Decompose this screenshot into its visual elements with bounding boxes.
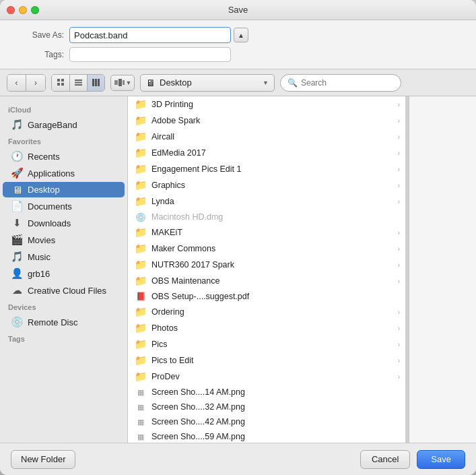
maximize-button[interactable]	[31, 6, 39, 14]
folder-icon: 📁	[133, 226, 148, 239]
icon-view-button[interactable]	[52, 75, 69, 91]
sidebar-item-movies[interactable]: 🎬 Movies	[3, 232, 125, 248]
pdf-icon: 📕	[133, 292, 148, 301]
sidebar-item-documents[interactable]: 📄 Documents	[3, 198, 125, 214]
sidebar-item-garageband-label: GarageBand	[28, 120, 77, 130]
list-item[interactable]: 📕 OBS Setup-....suggest.pdf	[128, 289, 405, 304]
file-name: Screen Sho....59 AM.png	[151, 432, 400, 441]
list-item[interactable]: 📁 3D Printing ›	[128, 96, 405, 113]
list-item[interactable]: ▦ Screen Sho....32 AM.png	[128, 400, 405, 414]
file-name: Aircall	[151, 132, 395, 141]
file-name: Ordering	[151, 307, 395, 317]
save-as-input-wrap: ▲	[69, 27, 248, 43]
chevron-right-icon: ›	[398, 309, 400, 316]
file-name: EdMedia 2017	[151, 148, 395, 158]
list-item[interactable]: 📁 Pics ›	[128, 336, 405, 352]
favorites-section-label: Favorites	[0, 133, 127, 148]
list-item[interactable]: ▦ Screen Sho....14 AM.png	[128, 385, 405, 400]
folder-icon: 📁	[133, 275, 148, 287]
file-name: OBS Maintenance	[151, 276, 395, 286]
list-item[interactable]: 📁 Engagement Pics Edit 1 ›	[128, 161, 405, 177]
image-icon: ▦	[133, 403, 148, 412]
file-name: OBS Setup-....suggest.pdf	[151, 292, 400, 301]
cover-flow-button[interactable]: ▼	[110, 75, 135, 91]
tags-label: Tags:	[13, 50, 64, 59]
search-icon: 🔍	[287, 78, 298, 88]
traffic-lights	[7, 6, 39, 14]
chevron-right-icon: ›	[398, 229, 400, 236]
forward-button[interactable]: ›	[26, 75, 45, 91]
list-item[interactable]: 📁 EdMedia 2017 ›	[128, 145, 405, 161]
list-item[interactable]: 📁 Lynda ›	[128, 193, 405, 210]
file-name: Screen Sho....14 AM.png	[151, 387, 400, 397]
bottom-right-buttons: Cancel Save	[360, 450, 465, 469]
svg-rect-6	[75, 84, 82, 86]
new-folder-button[interactable]: New Folder	[11, 450, 75, 469]
sidebar-item-garageband[interactable]: 🎵 GarageBand	[3, 117, 125, 133]
expand-button[interactable]: ▲	[234, 28, 248, 42]
svg-rect-0	[57, 79, 60, 82]
folder-icon: 📁	[133, 131, 148, 143]
folder-icon: 📁	[133, 354, 148, 367]
list-item[interactable]: ▦ Screen Sho....42 AM.png	[128, 414, 405, 429]
list-item[interactable]: 📁 Ordering ›	[128, 304, 405, 320]
svg-rect-2	[57, 83, 60, 86]
list-item[interactable]: 📁 MAKEiT ›	[128, 224, 405, 241]
recents-icon: 🕐	[11, 150, 23, 162]
save-as-label: Save As:	[13, 30, 64, 40]
search-box[interactable]: 🔍	[280, 74, 401, 92]
save-as-input[interactable]	[69, 27, 231, 43]
sidebar-item-desktop-label: Desktop	[28, 185, 60, 195]
file-icon: 💿	[133, 212, 148, 222]
list-item[interactable]: ▦ Screen Sho....59 AM.png	[128, 429, 405, 443]
svg-rect-1	[61, 79, 64, 82]
top-section: Save As: ▲ Tags:	[0, 20, 476, 69]
list-item[interactable]: 📁 OBS Maintenance ›	[128, 273, 405, 289]
documents-icon: 📄	[11, 200, 23, 212]
save-button[interactable]: Save	[417, 450, 465, 469]
list-item[interactable]: 📁 Maker Commons ›	[128, 241, 405, 257]
cancel-button[interactable]: Cancel	[360, 450, 410, 469]
folder-icon: 📁	[133, 98, 148, 110]
svg-rect-10	[114, 80, 118, 85]
folder-icon: 📁	[133, 195, 148, 208]
list-view-button[interactable]	[69, 75, 87, 91]
file-name: MAKEiT	[151, 228, 395, 237]
sidebar-item-recents[interactable]: 🕐 Recents	[3, 148, 125, 164]
close-button[interactable]	[7, 6, 15, 14]
sidebar-item-remote-disc[interactable]: 💿 Remote Disc	[3, 314, 125, 330]
tags-input[interactable]	[69, 47, 231, 62]
svg-rect-5	[75, 82, 82, 84]
svg-rect-3	[61, 83, 64, 86]
sidebar-item-creative-cloud[interactable]: ☁ Creative Cloud Files	[3, 282, 125, 298]
chevron-right-icon: ›	[398, 245, 400, 253]
column-view-button[interactable]	[87, 75, 104, 91]
list-item[interactable]: 📁 Aircall ›	[128, 129, 405, 145]
sidebar-item-desktop[interactable]: 🖥 Desktop	[3, 182, 125, 197]
sidebar-item-music[interactable]: 🎵 Music	[3, 249, 125, 265]
back-button[interactable]: ‹	[7, 75, 26, 91]
applications-icon: 🚀	[11, 167, 23, 179]
location-dropdown[interactable]: 🖥 Desktop ▼	[140, 74, 275, 92]
list-item[interactable]: 📁 Photos ›	[128, 320, 405, 336]
file-name: Adobe Spark	[151, 116, 395, 125]
list-item[interactable]: 📁 Graphics ›	[128, 177, 405, 193]
file-name: NUTR360 2017 Spark	[151, 260, 395, 270]
list-item[interactable]: 💿 Macintosh HD.dmg	[128, 210, 405, 224]
nav-buttons: ‹ ›	[7, 74, 46, 92]
sidebar-item-downloads[interactable]: ⬇ Downloads	[3, 215, 125, 231]
chevron-right-icon: ›	[398, 341, 400, 348]
sidebar: iCloud 🎵 GarageBand Favorites 🕐 Recents …	[0, 96, 128, 443]
minimize-button[interactable]	[19, 6, 27, 14]
chevron-right-icon: ›	[398, 261, 400, 269]
folder-icon: 📁	[133, 115, 148, 127]
folder-icon: 📁	[133, 306, 148, 318]
list-item[interactable]: 📁 Pics to Edit ›	[128, 352, 405, 369]
search-input[interactable]	[301, 78, 394, 88]
sidebar-item-applications[interactable]: 🚀 Applications	[3, 165, 125, 181]
chevron-right-icon: ›	[398, 278, 400, 285]
list-item[interactable]: 📁 ProDev ›	[128, 369, 405, 385]
list-item[interactable]: 📁 Adobe Spark ›	[128, 113, 405, 129]
list-item[interactable]: 📁 NUTR360 2017 Spark ›	[128, 257, 405, 273]
sidebar-item-grb16[interactable]: 👤 grb16	[3, 265, 125, 282]
